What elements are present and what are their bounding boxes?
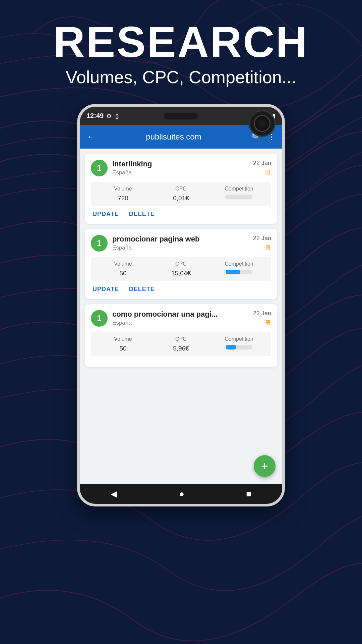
update-button-2[interactable]: UPDATE	[93, 286, 119, 293]
card-header-right-3: 22 Jan 🖥	[253, 310, 271, 327]
keyword-info-2: promocionar pagina web España	[112, 235, 199, 251]
metric-competition-1: Competition	[210, 186, 268, 202]
card-header-right-2: 22 Jan 🖥	[253, 235, 271, 252]
cpc-label-2: CPC	[175, 261, 187, 267]
keyword-location-3: España	[112, 320, 218, 326]
device-icon-3: 🖥	[264, 319, 271, 327]
volume-label-2: Volume	[114, 261, 132, 267]
bottom-nav: ◀ ● ■	[80, 484, 282, 504]
metric-cpc-1: CPC 0,01€	[152, 186, 210, 202]
volume-label-1: Volume	[114, 186, 132, 192]
volume-value-1: 720	[118, 195, 128, 202]
metric-volume-1: Volume 720	[94, 186, 152, 202]
camera-overlay	[249, 110, 276, 137]
competition-bar-wrap-2	[226, 270, 252, 274]
competition-bar-wrap-3	[226, 345, 252, 350]
card-header-2: 1 promocionar pagina web España 22 Jan 🖥	[91, 235, 271, 252]
app-bar-title: publisuites.com	[101, 132, 246, 142]
card-header-left-3: 1 como promocionar una pagi... España	[91, 310, 218, 327]
card-date-3: 22 Jan	[253, 310, 271, 317]
nav-back-button[interactable]: ◀	[101, 485, 127, 502]
vpn-status-icon: ◎	[114, 112, 120, 120]
phone-container: 12:49 ⚙ ◎ ◆ ▲ ▮ ← publisuites.com 🔍 ⋮	[0, 104, 362, 506]
phone-mockup: 12:49 ⚙ ◎ ◆ ▲ ▮ ← publisuites.com 🔍 ⋮	[77, 104, 285, 506]
header-area: RESEARCH Volumes, CPC, Competition...	[0, 0, 362, 97]
metrics-row-1: Volume 720 CPC 0,01€ Competition	[91, 182, 271, 206]
metric-cpc-2: CPC 15,04€	[152, 261, 210, 277]
keyword-card-2: 1 promocionar pagina web España 22 Jan 🖥…	[85, 229, 277, 299]
keyword-name-2: promocionar pagina web	[112, 235, 199, 244]
volume-value-2: 50	[119, 270, 126, 277]
settings-status-icon: ⚙	[106, 112, 112, 120]
keyword-info-3: como promocionar una pagi... España	[112, 310, 218, 326]
cpc-value-2: 15,04€	[171, 270, 191, 277]
status-left: 12:49 ⚙ ◎	[86, 112, 120, 120]
keyword-info-1: interlinking España	[112, 160, 152, 176]
competition-bar-fill-3	[226, 345, 236, 350]
main-title: RESEARCH	[0, 20, 362, 64]
cpc-value-1: 0,01€	[173, 195, 189, 202]
card-header-right-1: 22 Jan 🖥	[253, 160, 271, 177]
competition-label-2: Competition	[225, 261, 253, 267]
metric-cpc-3: CPC 5,96€	[152, 336, 210, 352]
delete-button-1[interactable]: DELETE	[129, 211, 155, 218]
fab-add-button[interactable]: +	[254, 455, 276, 477]
keyword-name-3: como promocionar una pagi...	[112, 310, 218, 319]
nav-recent-button[interactable]: ■	[236, 485, 261, 502]
keyword-location-1: España	[112, 169, 152, 176]
card-header-3: 1 como promocionar una pagi... España 22…	[91, 310, 271, 327]
metric-volume-2: Volume 50	[94, 261, 152, 277]
metrics-row-3: Volume 50 CPC 5,96€ Competition	[91, 332, 271, 356]
card-header-left-2: 1 promocionar pagina web España	[91, 235, 199, 252]
metric-competition-3: Competition	[210, 336, 268, 352]
device-icon-1: 🖥	[264, 168, 271, 177]
card-header-left-1: 1 interlinking España	[91, 160, 152, 176]
subtitle: Volumes, CPC, Competition...	[0, 67, 362, 87]
metrics-row-2: Volume 50 CPC 15,04€ Competition	[91, 257, 271, 281]
delete-button-2[interactable]: DELETE	[129, 286, 155, 293]
back-button[interactable]: ←	[86, 131, 96, 142]
card-header-1: 1 interlinking España 22 Jan 🖥	[91, 160, 271, 177]
competition-bar-wrap-1	[226, 195, 252, 199]
action-row-1: UPDATE DELETE	[91, 211, 271, 218]
rank-badge-2: 1	[91, 235, 108, 252]
metric-volume-3: Volume 50	[94, 336, 152, 352]
volume-value-3: 50	[119, 345, 126, 352]
competition-bar-fill-2	[226, 270, 240, 274]
card-date-2: 22 Jan	[253, 235, 271, 242]
cpc-label-3: CPC	[175, 336, 187, 342]
camera-lens	[254, 115, 270, 132]
keyword-card-3: 1 como promocionar una pagi... España 22…	[85, 304, 277, 367]
cpc-label-1: CPC	[175, 186, 187, 192]
competition-label-1: Competition	[225, 186, 253, 192]
metric-competition-2: Competition	[210, 261, 268, 277]
rank-badge-1: 1	[91, 160, 108, 176]
keyword-name-1: interlinking	[112, 160, 152, 168]
rank-badge-3: 1	[91, 310, 108, 327]
keyword-location-2: España	[112, 245, 199, 251]
keyword-card-1: 1 interlinking España 22 Jan 🖥 Volume	[85, 154, 277, 224]
competition-label-3: Competition	[225, 336, 253, 342]
volume-label-3: Volume	[114, 336, 132, 342]
action-row-2: UPDATE DELETE	[91, 286, 271, 293]
update-button-1[interactable]: UPDATE	[93, 211, 119, 218]
cpc-value-3: 5,96€	[173, 345, 189, 352]
card-date-1: 22 Jan	[253, 160, 271, 167]
notch-pill	[164, 113, 198, 119]
device-icon-2: 🖥	[264, 244, 271, 252]
status-time: 12:49	[86, 112, 104, 120]
competition-bar-fill-1	[226, 195, 226, 199]
content-area: 1 interlinking España 22 Jan 🖥 Volume	[80, 149, 282, 484]
nav-home-button[interactable]: ●	[169, 485, 194, 502]
